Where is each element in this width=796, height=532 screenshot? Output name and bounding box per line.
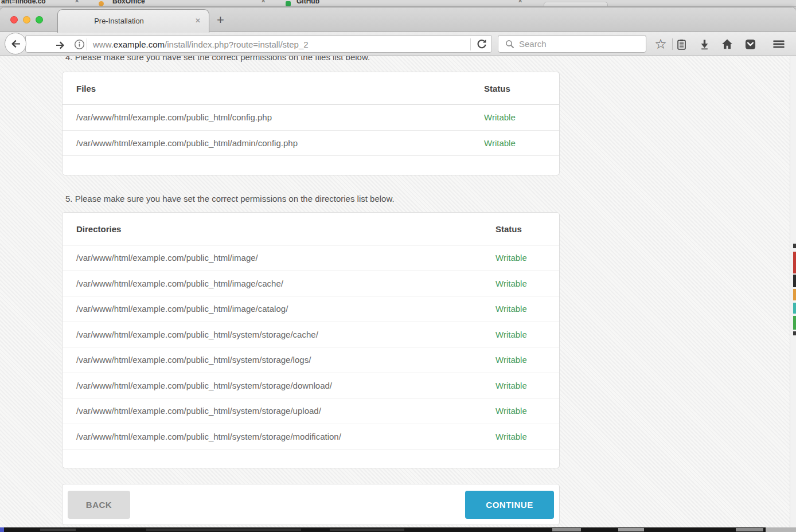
directories-table-header: Directories Status (63, 213, 559, 245)
directory-path: /var/www/html/example.com/public_html/sy… (76, 330, 495, 339)
actions-panel: BACK CONTINUE (62, 484, 560, 525)
directory-path: /var/www/html/example.com/public_html/sy… (76, 381, 495, 390)
tab-pre-installation[interactable]: Pre-Installation ✕ (57, 9, 209, 33)
page-info-button[interactable] (74, 39, 85, 50)
table-row: /var/www/html/example.com/public_html/im… (63, 271, 559, 297)
background-blob (552, 528, 581, 531)
directory-path: /var/www/html/example.com/public_html/im… (76, 253, 495, 263)
status-badge: Writable (495, 406, 545, 416)
background-blob (40, 529, 76, 531)
search-box (498, 35, 646, 53)
reload-icon (476, 38, 487, 50)
background-blob (618, 528, 644, 531)
url-prefix: www. (93, 40, 114, 49)
downloads-button[interactable] (697, 37, 712, 52)
pocket-button[interactable] (743, 37, 758, 52)
background-window-strip: ant=linode.co ✕ BoxOffice ✕ GitHub ✕ (0, 0, 796, 7)
background-tab-github[interactable]: GitHub (296, 0, 319, 5)
home-button[interactable] (720, 37, 735, 52)
background-blob (330, 529, 404, 531)
bookmark-star-button[interactable]: ☆ (653, 37, 668, 52)
back-icon (11, 39, 21, 49)
url-separator (87, 38, 87, 50)
status-column-header: Status (484, 84, 545, 93)
url-text: www.example.com/install/index.php?route=… (93, 40, 309, 49)
boxoffice-favicon (99, 1, 104, 6)
table-row: /var/www/html/example.com/public_html/sy… (63, 424, 559, 450)
table-row: /var/www/html/example.com/public_html/co… (63, 105, 559, 131)
zoom-window-button[interactable] (36, 16, 43, 24)
background-tab-fragment[interactable]: ant=linode.co (1, 0, 46, 5)
back-button[interactable] (5, 33, 26, 54)
status-badge: Writable (495, 330, 545, 339)
home-icon (721, 38, 733, 50)
url-path: /install/index.php?route=install/step_2 (165, 40, 309, 49)
background-edge-sliver (793, 252, 796, 273)
close-window-button[interactable] (10, 16, 18, 24)
background-edge-sliver (793, 331, 796, 335)
new-tab-button[interactable]: + (217, 13, 224, 28)
url-bar[interactable]: www.example.com/install/index.php?route=… (25, 35, 492, 53)
back-step-button[interactable]: BACK (68, 491, 130, 519)
page-content: 4. Please make sure you have set the cor… (0, 56, 796, 527)
directory-path: /var/www/html/example.com/public_html/sy… (76, 432, 495, 441)
table-row: /var/www/html/example.com/public_html/ad… (63, 131, 559, 157)
download-arrow-icon (699, 39, 710, 50)
status-badge: Writable (495, 432, 545, 441)
background-tab-close-icon[interactable]: ✕ (518, 0, 522, 4)
forward-button[interactable] (56, 41, 65, 50)
tab-title: Pre-Installation (58, 17, 180, 25)
menu-button[interactable] (771, 37, 786, 52)
search-icon (505, 40, 514, 49)
status-column-header: Status (495, 224, 545, 234)
files-table-header: Files Status (63, 72, 559, 105)
bookmarks-list-icon (676, 39, 687, 50)
background-tab-boxoffice[interactable]: BoxOffice (112, 0, 145, 5)
status-badge: Writable (495, 381, 545, 390)
search-input[interactable] (519, 36, 642, 52)
tab-bar: Pre-Installation ✕ + (0, 7, 796, 32)
status-badge: Writable (495, 253, 545, 263)
github-favicon (286, 1, 291, 6)
reload-button[interactable] (476, 38, 487, 50)
background-tab-close-icon[interactable]: ✕ (261, 0, 266, 4)
background-window-bottom (0, 527, 796, 532)
directories-column-header: Directories (76, 224, 495, 234)
background-edge-sliver (793, 289, 796, 300)
table-row: /var/www/html/example.com/public_html/sy… (63, 347, 559, 373)
tab-close-icon[interactable]: ✕ (195, 17, 201, 25)
bookmarks-menu-button[interactable] (674, 37, 689, 52)
table-row: /var/www/html/example.com/public_html/im… (63, 245, 559, 271)
directory-path: /var/www/html/example.com/public_html/sy… (76, 406, 495, 416)
continue-button[interactable]: CONTINUE (465, 491, 554, 519)
background-edge-sliver (793, 303, 796, 314)
minimize-window-button[interactable] (23, 16, 30, 24)
background-edge-sliver (793, 275, 796, 287)
url-domain: example.com (114, 40, 165, 49)
status-badge: Writable (495, 304, 545, 314)
file-path: /var/www/html/example.com/public_html/ad… (76, 138, 484, 148)
background-blob (766, 527, 796, 532)
hamburger-icon (772, 38, 786, 50)
step5-instruction: 5. Please make sure you have set the cor… (65, 194, 395, 204)
directories-panel: Directories Status /var/www/html/example… (62, 212, 560, 468)
background-blob (736, 528, 763, 531)
status-badge: Writable (495, 279, 545, 288)
background-blob (146, 529, 301, 531)
background-new-tab (544, 2, 608, 7)
status-badge: Writable (484, 138, 545, 148)
reload-separator (470, 38, 471, 50)
background-tab-close-icon[interactable]: ✕ (75, 0, 79, 4)
files-panel: Files Status /var/www/html/example.com/p… (62, 72, 560, 175)
pocket-icon (745, 39, 756, 50)
directory-path: /var/www/html/example.com/public_html/im… (76, 304, 495, 314)
directory-path: /var/www/html/example.com/public_html/im… (76, 279, 495, 288)
browser-window: Pre-Installation ✕ + www.example.com/ins… (0, 7, 796, 527)
table-row: /var/www/html/example.com/public_html/sy… (63, 398, 559, 424)
background-edge-sliver (793, 244, 796, 248)
background-blob (0, 527, 4, 532)
star-icon: ☆ (654, 38, 667, 50)
directory-path: /var/www/html/example.com/public_html/sy… (76, 355, 495, 365)
table-row: /var/www/html/example.com/public_html/sy… (63, 373, 559, 399)
navigation-toolbar: www.example.com/install/index.php?route=… (0, 32, 796, 56)
